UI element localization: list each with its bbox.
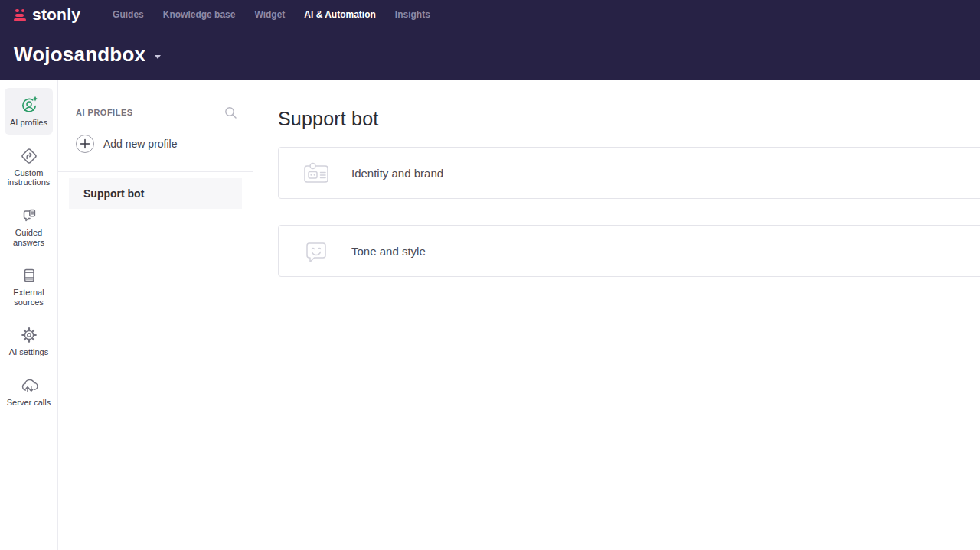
page-title: Support bot	[278, 106, 980, 132]
sidebar: AI profiles Custom instructions Guid	[0, 80, 58, 550]
panel-title: AI PROFILES	[76, 108, 133, 117]
guided-answers-icon	[20, 207, 38, 225]
sidebar-item-label: Server calls	[7, 398, 51, 408]
nav-item-guides[interactable]: Guides	[113, 9, 144, 20]
nav-item-knowledge-base[interactable]: Knowledge base	[163, 9, 236, 20]
nav-item-widget[interactable]: Widget	[254, 9, 285, 20]
search-icon[interactable]	[224, 106, 237, 119]
nav-items: Guides Knowledge base Widget AI & Automa…	[113, 9, 430, 20]
page-body: AI profiles Custom instructions Guid	[0, 80, 980, 550]
settings-cards: Identity and brand Tone and style	[278, 147, 980, 277]
app-header: stonly Guides Knowledge base Widget AI &…	[0, 0, 980, 80]
card-tone-and-style[interactable]: Tone and style	[278, 225, 980, 277]
id-badge-icon	[299, 156, 333, 190]
profile-list-item-support-bot[interactable]: Support bot	[69, 178, 242, 209]
sidebar-item-custom-instructions[interactable]: Custom instructions	[5, 140, 53, 194]
external-sources-icon	[20, 266, 38, 285]
plus-icon	[76, 135, 94, 153]
stonly-logo-icon	[13, 8, 28, 23]
top-navigation: stonly Guides Knowledge base Widget AI &…	[0, 0, 980, 28]
stonly-logo[interactable]: stonly	[13, 3, 94, 26]
sidebar-item-label: Custom instructions	[6, 168, 51, 187]
nav-item-ai-automation[interactable]: AI & Automation	[304, 9, 376, 20]
main-content: Support bot Identity and brand	[253, 80, 980, 550]
card-label: Tone and style	[351, 245, 426, 258]
workspace-row: Wojosandbox	[0, 28, 980, 80]
workspace-name[interactable]: Wojosandbox	[14, 43, 145, 67]
add-new-profile-label: Add new profile	[103, 138, 178, 150]
chevron-down-icon[interactable]	[155, 55, 161, 59]
custom-instructions-icon	[20, 147, 38, 165]
ukraine-flag-icon	[83, 5, 94, 12]
card-identity-and-brand[interactable]: Identity and brand	[278, 147, 980, 199]
nav-item-insights[interactable]: Insights	[395, 9, 430, 20]
sidebar-item-ai-settings[interactable]: AI settings	[5, 319, 53, 364]
chat-smile-icon	[299, 234, 333, 268]
sidebar-item-label: AI settings	[9, 347, 48, 357]
sidebar-item-label: AI profiles	[10, 118, 47, 128]
sidebar-item-ai-profiles[interactable]: AI profiles	[5, 88, 53, 135]
ai-profiles-panel: AI PROFILES Add new profile Support bot	[58, 80, 253, 550]
panel-divider	[58, 171, 253, 172]
sidebar-item-server-calls[interactable]: Server calls	[5, 369, 53, 415]
stonly-logo-text: stonly	[32, 3, 80, 26]
server-calls-icon	[19, 376, 39, 395]
sidebar-item-label: Guided answers	[6, 228, 51, 247]
card-label: Identity and brand	[351, 167, 443, 180]
sidebar-item-external-sources[interactable]: External sources	[5, 259, 53, 314]
ai-settings-icon	[20, 326, 38, 344]
sidebar-item-guided-answers[interactable]: Guided answers	[5, 200, 53, 254]
sidebar-item-label: External sources	[6, 288, 51, 307]
panel-header: AI PROFILES	[58, 80, 253, 119]
add-new-profile-button[interactable]: Add new profile	[58, 119, 253, 171]
ai-profiles-icon	[19, 95, 39, 115]
